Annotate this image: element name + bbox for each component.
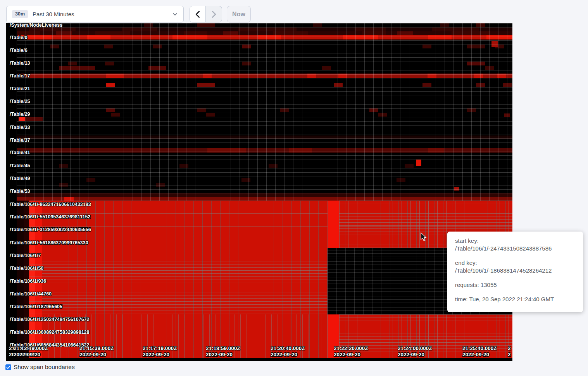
heat-cell [269,164,278,168]
time-axis-label: 21:24:00.000Z2022-09-20 [398,345,432,358]
heat-band [207,148,246,153]
tooltip-start-key: start key: /Table/106/1/-247433150824388… [455,237,575,252]
row-label: /Table/53 [10,189,30,194]
heat-region [6,201,17,358]
row-label: /Table/25 [10,99,30,104]
heat-band [17,193,512,197]
heat-region [35,201,42,358]
heat-cell [416,160,421,166]
heat-cell [280,108,289,112]
heat-cell [104,45,113,48]
heat-cell [242,62,251,65]
heat-region [17,358,512,361]
row-label: /Table/106/1/1250247484756107672 [10,317,90,322]
row-label: /Table/106/1/3608924758329898128 [10,330,90,335]
heat-band [428,74,436,78]
heat-cell [422,45,431,48]
time-shift-button-group [190,6,222,22]
heat-band [64,197,74,201]
row-label: /Table/106/1/-3128593822440635556 [10,227,91,232]
heat-cell [397,178,405,182]
heat-band [106,74,124,78]
now-button[interactable]: Now [227,6,251,22]
heat-cell [322,66,331,70]
time-axis-label: 21:15:39.000Z2022-09-20 [79,345,114,358]
heat-region [24,201,29,358]
row-label: /Table/33 [10,125,30,130]
time-range-select[interactable]: 30m Past 30 Minutes [6,6,184,22]
heat-cell [454,187,459,191]
heat-cell [179,164,188,168]
row-label: /Table/106/1/44760 [10,291,52,297]
row-label: /Table/37 [10,137,30,143]
time-range-badge: 30m [12,10,28,18]
heat-region [29,252,42,314]
heat-band [238,27,297,31]
heat-cell [467,108,476,112]
heat-cell [59,164,68,168]
heat-band [432,27,479,31]
heat-band [17,35,512,39]
shift-back-button[interactable] [190,6,206,22]
heat-cell [313,23,322,27]
heat-cell [405,164,414,168]
heat-band [307,74,316,78]
row-label: /Table/17 [10,73,30,79]
shift-forward-button[interactable] [206,6,222,22]
heat-band [17,35,52,39]
heat-band [17,31,512,35]
heat-cell [106,108,115,112]
key-visualizer-heatmap[interactable]: /System/NodeLiveness/Table/0/Table/6/Tab… [6,23,512,361]
heat-cell [242,45,251,48]
heat-cell [504,113,510,117]
heat-region [29,201,35,358]
heat-cell [503,83,512,87]
footer-controls: Show span boundaries [5,364,75,371]
row-label: /Table/106/1/50 [10,266,43,271]
heat-cell [476,83,485,87]
heat-cell [476,23,485,27]
row-label: /Table/106/1/187965605 [10,304,62,309]
heat-cell [491,41,498,47]
heat-cell [334,83,343,87]
heat-cell [153,45,162,48]
time-axis-label: 21:22:20.000Z2022-09-20 [334,345,368,358]
heat-band [87,35,110,39]
heat-cell [144,23,153,27]
heat-cell [59,66,95,70]
heat-band [355,27,386,31]
heat-cell [422,83,431,87]
time-axis-label: 21:12:19.000Z2022-09-20 [14,345,48,358]
row-label: /Table/29 [10,112,30,117]
row-label: /Table/6 [10,48,28,53]
heat-cell [59,183,68,187]
row-label: /System/NodeLiveness [10,23,62,28]
heat-band [474,74,483,78]
heat-band [343,35,378,39]
heat-band [184,31,207,35]
show-span-boundaries-checkbox[interactable] [5,364,11,370]
row-label: /Table/41 [10,150,30,155]
heat-region [328,201,339,248]
heat-region [339,314,512,358]
heat-cell [197,23,215,27]
row-label: /Table/106/1/-8632471606610433183 [10,202,91,207]
heat-region [17,201,24,358]
time-axis-label: 21:18:59.000Z2022-09-20 [206,345,240,358]
heat-cell [19,117,25,121]
heat-cell [197,108,206,112]
heat-region [17,23,512,201]
heat-region [42,201,512,358]
heat-band [17,136,512,139]
row-label: /Table/106/1/936 [10,278,46,284]
heat-band [497,74,506,78]
heat-band [428,35,452,39]
heat-band [56,31,72,35]
heat-cell [241,178,250,182]
heat-band [17,31,40,35]
heat-band [17,197,512,201]
row-label: /Table/21 [10,86,30,91]
heat-cell [467,45,485,48]
tooltip-end-key: end key: /Table/106/1/-18683814745282642… [455,259,575,275]
heat-band [338,74,347,78]
